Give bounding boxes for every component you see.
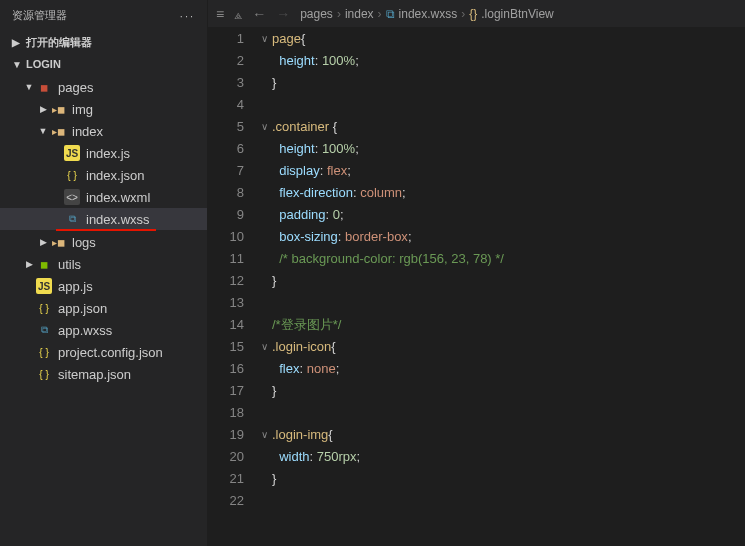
tree-item-label: index.wxss [86,212,150,227]
tree-item-label: app.wxss [58,323,112,338]
wxml-icon: <> [64,189,80,205]
explorer-sidebar: 资源管理器 ··· ▶ 打开的编辑器 ▼ LOGIN ▼◼pages▶▸◼img… [0,0,208,546]
tree-item-label: index.json [86,168,145,183]
fold-icon [256,490,272,512]
wxss-icon: ⧉ [386,7,395,21]
editor-toolbar: ≡ ⟁ ← → pages › index › ⧉index.wxss › {}… [208,0,745,28]
wxss-icon: ⧉ [36,322,52,338]
breadcrumb-item[interactable]: pages [300,7,333,21]
tree-item[interactable]: { }sitemap.json [0,363,207,385]
fold-icon [256,204,272,226]
editor-pane: ≡ ⟁ ← → pages › index › ⧉index.wxss › {}… [208,0,745,546]
tree-item-label: logs [72,235,96,250]
chevron-icon: ▼ [36,126,50,136]
tree-item[interactable]: { }app.json [0,297,207,319]
folder-icon: ◼ [36,79,52,95]
chevron-right-icon: ▶ [12,37,22,48]
fold-icon [256,380,272,402]
breadcrumb: pages › index › ⧉index.wxss › {}.loginBt… [300,7,737,21]
fold-icon [256,446,272,468]
line-numbers: 12345678910111213141516171819202122 [208,28,256,546]
explorer-header: 资源管理器 ··· [0,0,207,31]
json-icon: { } [64,167,80,183]
code-editor[interactable]: 12345678910111213141516171819202122 ∨∨∨∨… [208,28,745,546]
folder-icon: ▸◼ [50,123,66,139]
fold-icon [256,270,272,292]
fold-icon[interactable]: ∨ [256,28,272,50]
fold-icon[interactable]: ∨ [256,424,272,446]
js-icon: JS [36,278,52,294]
bookmark-icon[interactable]: ⟁ [234,6,242,22]
chevron-icon: › [337,7,341,21]
fold-icon [256,226,272,248]
folder-icon: ▸◼ [50,234,66,250]
tree-item-label: app.js [58,279,93,294]
chevron-icon: ▶ [36,237,50,247]
fold-icon [256,182,272,204]
tree-item[interactable]: <>index.wxml [0,186,207,208]
fold-icon [256,72,272,94]
tree-item[interactable]: ▼▸◼index [0,120,207,142]
chevron-icon: › [461,7,465,21]
open-editors-section[interactable]: ▶ 打开的编辑器 [0,31,207,54]
tree-item-label: img [72,102,93,117]
json-icon: { } [36,366,52,382]
list-icon[interactable]: ≡ [216,6,224,22]
folder-icon: ◼ [36,256,52,272]
tree-item-label: index [72,124,103,139]
code-content[interactable]: page{ height: 100%;}.container { height:… [272,28,745,546]
tree-item[interactable]: ▶▸◼logs [0,231,207,253]
tree-item[interactable]: ▶▸◼img [0,98,207,120]
back-icon[interactable]: ← [252,6,266,22]
fold-icon[interactable]: ∨ [256,116,272,138]
wxss-icon: ⧉ [64,211,80,227]
fold-icon[interactable]: ∨ [256,336,272,358]
chevron-down-icon: ▼ [12,59,22,70]
selector-icon: {} [469,7,477,21]
fold-icon [256,358,272,380]
fold-icon [256,248,272,270]
tree-item[interactable]: { }project.config.json [0,341,207,363]
json-icon: { } [36,344,52,360]
tree-item[interactable]: ⧉index.wxss [0,208,207,230]
fold-icon [256,160,272,182]
tree-item-label: index.js [86,146,130,161]
project-name: LOGIN [26,58,61,70]
forward-icon[interactable]: → [276,6,290,22]
chevron-icon: ▶ [36,104,50,114]
tree-item[interactable]: ▼◼pages [0,76,207,98]
breadcrumb-item[interactable]: index [345,7,374,21]
breadcrumb-item[interactable]: {}.loginBtnView [469,7,554,21]
js-icon: JS [64,145,80,161]
fold-icon [256,468,272,490]
json-icon: { } [36,300,52,316]
fold-column: ∨∨∨∨ [256,28,272,546]
fold-icon [256,402,272,424]
fold-icon [256,292,272,314]
chevron-icon: › [378,7,382,21]
project-section[interactable]: ▼ LOGIN [0,54,207,74]
fold-icon [256,138,272,160]
tree-item-label: pages [58,80,93,95]
fold-icon [256,94,272,116]
chevron-icon: ▼ [22,82,36,92]
tree-item[interactable]: ▶◼utils [0,253,207,275]
open-editors-label: 打开的编辑器 [26,35,92,50]
tree-item[interactable]: ⧉app.wxss [0,319,207,341]
fold-icon [256,50,272,72]
fold-icon [256,314,272,336]
explorer-title: 资源管理器 [12,8,67,23]
file-tree: ▼◼pages▶▸◼img▼▸◼indexJSindex.js{ }index.… [0,74,207,546]
chevron-icon: ▶ [22,259,36,269]
tree-item-label: utils [58,257,81,272]
folder-icon: ▸◼ [50,101,66,117]
tree-item-label: index.wxml [86,190,150,205]
tree-item[interactable]: { }index.json [0,164,207,186]
tree-item[interactable]: JSapp.js [0,275,207,297]
tree-item[interactable]: JSindex.js [0,142,207,164]
more-icon[interactable]: ··· [180,10,195,22]
tree-item-label: project.config.json [58,345,163,360]
breadcrumb-item[interactable]: ⧉index.wxss [386,7,458,21]
tree-item-label: app.json [58,301,107,316]
tree-item-label: sitemap.json [58,367,131,382]
